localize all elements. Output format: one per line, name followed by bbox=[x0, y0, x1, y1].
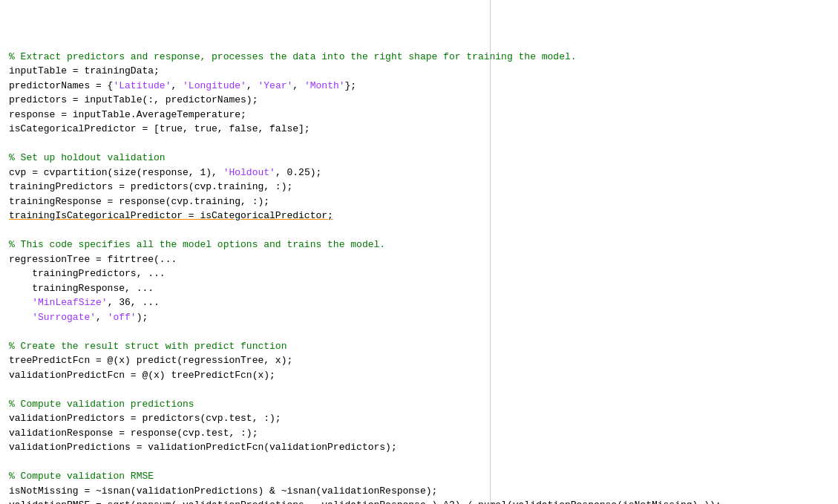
code-line: % Compute validation predictions bbox=[9, 397, 829, 412]
code-segment: % Compute validation predictions bbox=[9, 399, 194, 410]
code-segment: % This code specifies all the model opti… bbox=[9, 239, 385, 250]
code-segment bbox=[9, 297, 32, 308]
code-line: isCategoricalPredictor = [true, true, fa… bbox=[9, 122, 829, 137]
code-segment: , bbox=[292, 80, 304, 91]
code-segment bbox=[9, 312, 32, 323]
code-segment: }; bbox=[345, 80, 357, 91]
code-segment: ); bbox=[426, 485, 438, 497]
code-line bbox=[9, 223, 829, 238]
code-segment: ); bbox=[137, 312, 148, 323]
code-segment: isCategoricalPredictor = [true, true, fa… bbox=[9, 123, 310, 134]
code-segment: validationPredictFcn = @(x) treePredictF… bbox=[9, 370, 275, 381]
code-segment: , bbox=[171, 80, 183, 91]
code-segment: treePredictFcn = @(x) predict(regression… bbox=[9, 355, 292, 366]
code-line bbox=[9, 324, 829, 339]
code-segment: regressionTree = fitrtree(... bbox=[9, 254, 177, 265]
code-segment: % Create the result struct with predict … bbox=[9, 341, 287, 352]
code-line: validationRMSE = sqrt(nansum( validation… bbox=[9, 498, 829, 504]
code-line: trainingPredictors, ... bbox=[9, 266, 829, 281]
code-line: validationPredictFcn = @(x) treePredictF… bbox=[9, 368, 829, 383]
code-editor: % Extract predictors and response, proce… bbox=[0, 0, 838, 504]
code-segment: validationResponse = response(cvp.test, … bbox=[9, 428, 258, 439]
code-segment: 'off' bbox=[108, 312, 137, 323]
code-line: validationResponse = response(cvp.test, … bbox=[9, 426, 829, 441]
code-line: trainingResponse = response(cvp.training… bbox=[9, 194, 829, 209]
code-segment: trainingPredictors, ... bbox=[9, 268, 166, 279]
code-segment: 'Year' bbox=[258, 80, 293, 91]
code-line: isNotMissing = ~isnan(validationPredicti… bbox=[9, 484, 829, 499]
code-segment: inputTable = trainingData; bbox=[9, 65, 160, 76]
code-segment: % Extract predictors and response, proce… bbox=[9, 51, 426, 62]
code-line: treePredictFcn = @(x) predict(regression… bbox=[9, 353, 829, 368]
code-segment: predictors = inputTable(:, predictorName… bbox=[9, 94, 258, 105]
code-segment: , 36, ... bbox=[108, 297, 160, 308]
code-line: % Set up holdout validation bbox=[9, 151, 829, 166]
code-line bbox=[9, 455, 829, 470]
code-line: predictors = inputTable(:, predictorName… bbox=[9, 93, 829, 108]
code-line: trainingPredictors = predictors(cvp.trai… bbox=[9, 180, 829, 194]
code-line: validationPredictors = predictors(cvp.te… bbox=[9, 411, 829, 426]
code-line: % Extract predictors and response, proce… bbox=[9, 50, 829, 65]
code-line: trainingResponse, ... bbox=[9, 281, 829, 296]
code-segment: ).^2) / numel(validationResponse(isNotMi… bbox=[426, 500, 721, 504]
code-segment: % Set up holdout validation bbox=[9, 152, 166, 163]
code-segment: trainingResponse, ... bbox=[9, 283, 154, 294]
code-line: 'MinLeafSize', 36, ... bbox=[9, 295, 829, 310]
code-segment: 'Month' bbox=[304, 80, 345, 91]
code-segment: trainingResponse = response(cvp.training… bbox=[9, 196, 269, 207]
code-line: predictorNames = {'Latitude', 'Longitude… bbox=[9, 79, 829, 94]
code-line: trainingIsCategoricalPredictor = isCateg… bbox=[9, 209, 829, 223]
code-line: % Compute validation RMSE bbox=[9, 469, 829, 484]
code-segment: validationRMSE = sqrt( bbox=[9, 500, 137, 504]
code-segment: trainingIsCategoricalPredictor = isCateg… bbox=[9, 210, 333, 221]
code-segment: response = inputTable.AverageTemperature… bbox=[9, 109, 246, 120]
code-segment: 'Longitude' bbox=[183, 80, 246, 91]
code-segment: trainingPredictors = predictors(cvp.trai… bbox=[9, 181, 292, 192]
code-segment: 'MinLeafSize' bbox=[32, 297, 107, 308]
vertical-divider bbox=[490, 0, 491, 504]
code-segment: % Compute validation RMSE bbox=[9, 471, 154, 482]
code-line bbox=[9, 382, 829, 397]
code-line: 'Surrogate', 'off'); bbox=[9, 310, 829, 325]
code-lines: % Extract predictors and response, proce… bbox=[9, 50, 829, 505]
code-segment: pe for training the model. bbox=[426, 51, 577, 62]
code-line: response = inputTable.AverageTemperature… bbox=[9, 108, 829, 122]
code-segment: ( validationPredictions - validationResp… bbox=[171, 500, 425, 504]
code-line: % This code specifies all the model opti… bbox=[9, 238, 829, 252]
code-segment: , 0.25); bbox=[275, 167, 321, 178]
code-line: % Create the result struct with predict … bbox=[9, 339, 829, 354]
code-segment: cvp = cvpartition(size(response, 1), bbox=[9, 167, 223, 178]
code-line: inputTable = trainingData; bbox=[9, 64, 829, 79]
code-segment: , bbox=[246, 80, 258, 91]
code-segment: nansum bbox=[137, 500, 171, 504]
code-segment: 'Surrogate' bbox=[32, 312, 96, 323]
code-segment: isNotMissing = ~isnan(validationPredicti… bbox=[9, 485, 426, 497]
code-line bbox=[9, 137, 829, 151]
code-line: regressionTree = fitrtree(... bbox=[9, 252, 829, 267]
code-segment: 'Holdout' bbox=[223, 167, 275, 178]
code-segment: predictorNames = { bbox=[9, 80, 113, 91]
code-segment: validationPredictions = validationPredic… bbox=[9, 442, 397, 453]
code-segment: 'Latitude' bbox=[113, 80, 171, 91]
code-segment: validationPredictors = predictors(cvp.te… bbox=[9, 413, 281, 424]
code-line: cvp = cvpartition(size(response, 1), 'Ho… bbox=[9, 166, 829, 180]
code-segment: , bbox=[96, 312, 108, 323]
code-line: validationPredictions = validationPredic… bbox=[9, 440, 829, 455]
